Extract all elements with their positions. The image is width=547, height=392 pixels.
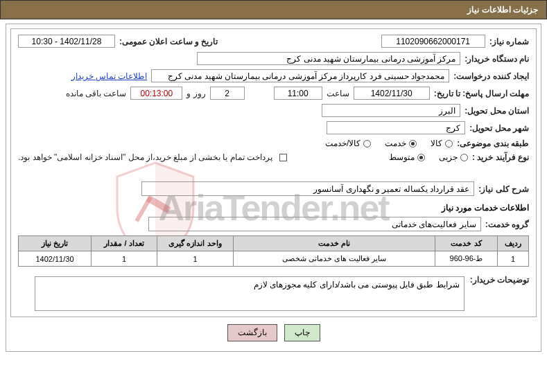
treasury-checkbox[interactable] [277, 152, 287, 162]
request-no-label: شماره نیاز: [489, 37, 529, 46]
deadline-time-value: 11:00 [274, 87, 322, 100]
city-value: کرج [327, 121, 465, 134]
cell-qty: 1 [92, 251, 157, 267]
th-code: کد خدمت [435, 236, 498, 251]
desc-label: شرح کلی نیاز: [478, 184, 529, 194]
timer-value: 00:13:00 [130, 87, 182, 100]
announce-value: 1402/11/28 - 10:30 [18, 35, 115, 48]
buyer-org-value: مرکز آموزشی درمانی بیمارستان شهید مدنی ک… [197, 52, 460, 65]
cell-name: سایر فعالیت های خدماتی شخصی [234, 251, 435, 267]
province-label: استان محل تحویل: [464, 106, 529, 116]
radio-medium-label: متوسط [389, 152, 415, 162]
city-label: شهر محل تحویل: [469, 123, 529, 133]
day-and-word: روز و [186, 89, 205, 98]
announce-label: تاریخ و ساعت اعلان عمومی: [119, 37, 218, 46]
th-row: ردیف [498, 236, 529, 251]
th-qty: تعداد / مقدار [92, 236, 157, 251]
payment-note: پرداخت تمام یا بخشی از مبلغ خرید،از محل … [18, 152, 272, 162]
table-row: 1 ط-96-960 سایر فعالیت های خدماتی شخصی 1… [19, 251, 529, 267]
radio-goods-label: کالا [431, 139, 442, 148]
cell-row: 1 [498, 251, 529, 267]
service-group-label: گروه خدمت: [485, 220, 529, 229]
category-label: طبقه بندی موضوعی: [457, 139, 529, 148]
services-table: ردیف کد خدمت نام خدمت واحد اندازه گیری ت… [18, 235, 529, 267]
services-section-title: اطلاعات خدمات مورد نیاز [18, 203, 529, 213]
th-date: تاریخ نیاز [19, 236, 92, 251]
requester-value: محمدجواد حسینی فرد کارپرداز مرکز آموزشی … [151, 69, 449, 82]
remain-label: ساعت باقی مانده [66, 89, 127, 98]
print-button[interactable]: چاپ [284, 324, 320, 341]
radio-both[interactable]: کالا/خدمت [325, 139, 371, 148]
desc-value: عقد قرارداد یکساله تعمیر و نگهداری آسانس… [141, 181, 474, 196]
buyer-contact-link[interactable]: اطلاعات تماس خریدار [71, 71, 148, 81]
cell-code: ط-96-960 [435, 251, 498, 267]
deadline-date-value: 1402/11/30 [354, 87, 430, 100]
deadline-label: مهلت ارسال پاسخ: تا تاریخ: [434, 89, 529, 98]
process-label: نوع فرآیند خرید : [472, 152, 529, 162]
radio-medium[interactable]: متوسط [389, 152, 425, 162]
requester-label: ایجاد کننده درخواست: [453, 71, 529, 81]
cell-date: 1402/11/30 [19, 251, 92, 267]
radio-service[interactable]: خدمت [385, 139, 417, 148]
buyer-org-label: نام دستگاه خریدار: [464, 54, 529, 64]
radio-minor[interactable]: جزیی [439, 152, 468, 162]
page-title: جزئیات اطلاعات نیاز [0, 0, 547, 19]
request-no-value: 1102090662000171 [381, 35, 485, 48]
days-remaining-value: 2 [210, 87, 245, 100]
radio-goods[interactable]: کالا [431, 139, 453, 148]
buyer-notes-label: توضیحات خریدار: [470, 272, 529, 285]
buyer-notes-value: شرایط طبق فایل پیوستی می باشد/دارای کلیه… [35, 276, 464, 311]
radio-minor-label: جزیی [439, 152, 458, 162]
back-button[interactable]: بازگشت [227, 324, 277, 341]
th-name: نام خدمت [234, 236, 435, 251]
service-group-value: سایر فعالیت‌های خدماتی [148, 217, 481, 231]
radio-service-label: خدمت [385, 139, 406, 148]
province-value: البرز [322, 104, 460, 117]
hour-label: ساعت [327, 89, 349, 98]
th-unit: واحد اندازه گیری [157, 236, 234, 251]
cell-unit: 1 [157, 251, 234, 267]
radio-both-label: کالا/خدمت [325, 139, 361, 148]
